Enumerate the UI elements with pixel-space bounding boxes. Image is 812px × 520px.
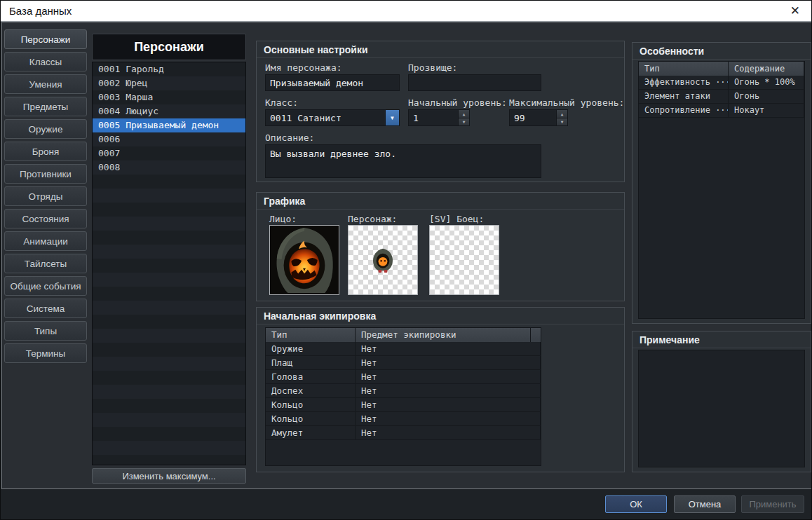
sidebar-tab-3[interactable]: Умения — [4, 74, 87, 94]
close-icon[interactable]: ✕ — [787, 4, 803, 18]
equipment-type-cell: Оружие — [266, 342, 356, 355]
sidebar-tab-1[interactable]: Персонажи — [4, 29, 87, 49]
character-list[interactable]: 0001 Гарольд0002 Юрец0003 Марша0004 Люци… — [92, 62, 246, 465]
list-item[interactable]: 0001 Гарольд — [93, 62, 245, 76]
list-item[interactable]: 0005 Призываемый демон — [93, 118, 245, 132]
sidebar-tab-10[interactable]: Анимации — [4, 231, 87, 251]
equipment-row[interactable]: АмулетНет — [266, 426, 541, 440]
list-item[interactable]: 0003 Марша — [93, 90, 245, 104]
list-item[interactable]: 0007 — [93, 146, 245, 160]
equipment-item-cell: Нет — [356, 398, 541, 411]
note-textarea[interactable] — [638, 350, 805, 467]
equipment-table-header: Тип Предмет экипировки — [266, 328, 541, 342]
list-item[interactable] — [93, 357, 245, 371]
list-item[interactable]: 0006 — [93, 132, 245, 146]
equipment-row[interactable]: КольцоНет — [266, 412, 541, 426]
list-item[interactable] — [93, 413, 245, 427]
initial-level-spin-buttons[interactable]: ▲ ▼ — [458, 110, 469, 125]
spinner-up-icon[interactable]: ▲ — [459, 110, 469, 118]
list-item[interactable] — [93, 273, 245, 287]
list-item[interactable] — [93, 259, 245, 273]
list-item[interactable] — [93, 329, 245, 343]
list-item[interactable] — [93, 245, 245, 259]
demon-face-art — [270, 226, 339, 294]
nickname-input[interactable] — [408, 74, 541, 91]
sidebar-tab-12[interactable]: Общие события — [4, 276, 87, 296]
list-item[interactable] — [93, 189, 245, 203]
list-item[interactable] — [93, 371, 245, 385]
sidebar-tab-6[interactable]: Броня — [4, 142, 87, 161]
character-label: Персонаж: — [348, 214, 397, 224]
sidebar-tab-7[interactable]: Противники — [4, 164, 87, 184]
class-dropdown[interactable]: 0011 Сатанист ▼ — [265, 109, 400, 126]
sv-battler-label: [SV] Боец: — [429, 214, 484, 224]
title-bar: База данных ✕ — [1, 1, 811, 22]
sidebar-tab-14[interactable]: Типы — [4, 321, 87, 341]
traits-col-type: Тип — [639, 62, 729, 76]
spinner-down-icon[interactable]: ▼ — [557, 118, 567, 126]
list-item[interactable] — [93, 287, 245, 301]
window-title: База данных — [9, 5, 72, 17]
max-level-label: Максимальный уровень: — [509, 97, 624, 108]
sidebar-tab-9[interactable]: Состояния — [4, 209, 87, 228]
list-item[interactable] — [93, 231, 245, 245]
sidebar-tab-4[interactable]: Предметы — [4, 97, 87, 116]
list-item[interactable]: 0004 Люциус — [93, 104, 245, 118]
equipment-row[interactable]: ОружиеНет — [266, 342, 541, 356]
equipment-row[interactable]: КольцоНет — [266, 398, 541, 412]
list-item[interactable]: 0008 — [93, 160, 245, 175]
list-item[interactable] — [93, 175, 245, 189]
chevron-down-icon[interactable]: ▼ — [385, 110, 399, 125]
note-title: Примечание — [632, 331, 811, 348]
spinner-up-icon[interactable]: ▲ — [557, 110, 567, 118]
sidebar-tab-13[interactable]: Система — [4, 299, 87, 318]
database-window: База данных ✕ ПерсонажиКлассыУменияПредм… — [0, 0, 812, 520]
list-item[interactable] — [93, 315, 245, 329]
equipment-row[interactable]: ПлащНет — [266, 356, 541, 370]
description-textarea[interactable]: Вы вызвали древнее зло. — [265, 144, 541, 178]
equipment-col-type: Тип — [266, 328, 356, 342]
equipment-table[interactable]: Тип Предмет экипировки ОружиеНетПлащНетГ… — [265, 327, 541, 466]
list-item[interactable] — [93, 203, 245, 217]
equipment-type-cell: Голова — [266, 370, 356, 383]
initial-level-stepper[interactable]: ▲ ▼ — [408, 109, 470, 126]
equipment-row[interactable]: ГоловаНет — [266, 370, 541, 384]
spinner-down-icon[interactable]: ▼ — [459, 118, 469, 126]
trait-row[interactable]: Эффективность ···Огонь * 100% — [639, 76, 804, 90]
change-maximum-button[interactable]: Изменить максимум... — [92, 468, 246, 484]
traits-col-content: Содержание — [729, 62, 804, 76]
list-item[interactable] — [93, 399, 245, 413]
initial-level-input[interactable] — [409, 110, 458, 125]
list-item[interactable]: 0002 Юрец — [93, 76, 245, 90]
ok-button[interactable]: ОК — [605, 495, 667, 513]
dialog-content: ПерсонажиКлассыУменияПредметыОружиеБроня… — [1, 22, 812, 489]
character-sprite-box[interactable] — [348, 225, 418, 295]
list-item[interactable] — [93, 301, 245, 315]
list-item[interactable] — [93, 441, 245, 455]
trait-row[interactable]: Элемент атакиОгонь — [639, 90, 804, 104]
list-item[interactable] — [93, 385, 245, 399]
equipment-item-cell: Нет — [356, 412, 541, 425]
list-item[interactable] — [93, 427, 245, 441]
sidebar-tab-5[interactable]: Оружие — [4, 119, 87, 139]
sv-battler-box[interactable] — [429, 225, 499, 295]
sidebar-tab-15[interactable]: Термины — [4, 343, 87, 363]
max-level-input[interactable] — [510, 110, 556, 125]
apply-button: Применить — [741, 495, 804, 513]
note-group: Примечание — [632, 331, 811, 472]
equipment-row[interactable]: ДоспехНет — [266, 384, 541, 398]
trait-row[interactable]: Сопротивление ···Нокаут — [639, 104, 804, 118]
max-level-stepper[interactable]: ▲ ▼ — [509, 109, 568, 126]
traits-table[interactable]: Тип Содержание Эффективность ···Огонь * … — [638, 61, 805, 319]
sidebar-tab-2[interactable]: Классы — [4, 52, 87, 71]
list-item[interactable] — [93, 217, 245, 231]
sidebar-tab-8[interactable]: Отряды — [4, 186, 87, 206]
class-label: Класс: — [265, 97, 298, 108]
equipment-item-cell: Нет — [356, 384, 541, 397]
list-item[interactable] — [93, 343, 245, 357]
face-image[interactable] — [269, 225, 339, 295]
name-input[interactable] — [265, 74, 400, 91]
cancel-button[interactable]: Отмена — [674, 495, 736, 513]
max-level-spin-buttons[interactable]: ▲ ▼ — [556, 110, 567, 125]
sidebar-tab-11[interactable]: Тайлсеты — [4, 254, 87, 273]
